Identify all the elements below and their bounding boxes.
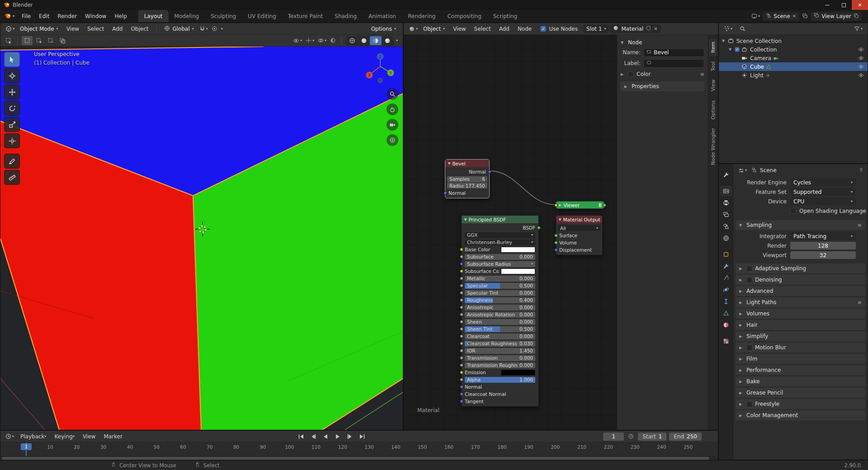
use-nodes-checkbox[interactable] (540, 26, 546, 32)
snap-magnet-button[interactable]: ▾ (198, 25, 209, 33)
browse-scene-button[interactable]: ▾ (751, 13, 760, 19)
expand-icon[interactable]: ▶ (621, 72, 625, 76)
shader-type-dropdown[interactable]: Object▾ (420, 25, 448, 33)
frame-end-field[interactable]: End250 (669, 432, 702, 441)
orientation-dropdown[interactable]: Global▾ (161, 24, 197, 33)
node-socket[interactable] (460, 248, 463, 251)
sampling-viewport-field[interactable]: 32 (790, 251, 856, 259)
subsurface-slider[interactable]: Subsurface0.000 (465, 254, 535, 260)
shader-menu-node[interactable]: Node (514, 26, 536, 32)
socket[interactable] (443, 191, 447, 195)
play-button[interactable] (332, 432, 343, 441)
timeline-menu-keying[interactable]: Keying ▾ (51, 433, 79, 440)
node-row-specular[interactable]: Specular0.500 (462, 282, 538, 289)
properties-tab-tool[interactable] (720, 169, 732, 180)
transmission-roughness-slider[interactable]: Transmission Roughness0.000 (465, 362, 535, 368)
node-row-anisotropic-rotation[interactable]: Anisotropic Rotation0.000 (462, 311, 538, 318)
node-socket[interactable] (460, 327, 463, 331)
workspace-tab-shading[interactable]: Shading (329, 10, 363, 22)
editor-type-button[interactable]: ▾ (407, 25, 419, 33)
properties-tab-texture[interactable] (720, 336, 732, 346)
ior-slider[interactable]: IOR1.450 (465, 348, 535, 354)
menu-help[interactable]: Help (110, 10, 131, 22)
editor-type-button[interactable]: ▾ (4, 432, 15, 440)
node-socket[interactable] (460, 371, 463, 374)
editor-type-button[interactable]: ▾ (737, 167, 748, 174)
shading-rendered-button[interactable] (382, 36, 393, 45)
current-frame-field[interactable]: 1 (603, 432, 624, 441)
workspace-tab-sculpting[interactable]: Sculpting (205, 10, 242, 22)
node-row-clearcoat-roughness[interactable]: Clearcoat Roughness0.030 (462, 340, 538, 347)
motion-blur-checkbox[interactable] (746, 345, 752, 351)
falloff-dropdown[interactable]: ▾ (220, 26, 224, 32)
properties-tab-render[interactable] (720, 186, 732, 196)
node-row-anisotropic[interactable]: Anisotropic0.000 (462, 304, 538, 311)
node-row-base-color[interactable]: Base Color (462, 246, 538, 253)
collapse-icon[interactable]: ▼ (464, 218, 467, 221)
panel-performance[interactable]: ▶Performance (736, 365, 865, 375)
anisotropic-rotation-slider[interactable]: Anisotropic Rotation0.000 (465, 312, 535, 318)
tool-rotate-button[interactable] (4, 101, 20, 116)
node-row-christensen-burley[interactable]: Christensen-Burley▾ (462, 239, 538, 246)
menu-window[interactable]: Window (81, 10, 110, 22)
shader-menu-add[interactable]: Add (495, 26, 514, 32)
panel-bake[interactable]: ▶Bake (736, 376, 865, 386)
roughness-slider[interactable]: Roughness0.400 (465, 297, 535, 303)
expand-icon[interactable]: ▼ (721, 39, 726, 43)
open-shading-language-checkbox[interactable] (790, 208, 796, 214)
node-socket[interactable] (554, 241, 558, 244)
material-datablock[interactable]: Material ✕ (610, 24, 660, 33)
properties-tab-scene[interactable] (720, 221, 732, 231)
node-row-subsurface-radius[interactable]: Subsurface Radius▾ (462, 260, 538, 268)
properties-tab-output[interactable] (720, 197, 732, 208)
properties-tab-constraints[interactable] (720, 296, 732, 306)
jump-to-end-button[interactable] (357, 432, 368, 441)
select-mode-new-button[interactable] (22, 36, 33, 45)
panel-light-paths[interactable]: ▶Light Paths≡ (736, 297, 865, 307)
zoom-button[interactable] (387, 88, 398, 100)
proportional-editing-button[interactable] (210, 25, 219, 33)
orthographic-button[interactable] (387, 134, 398, 146)
node-socket[interactable] (537, 226, 541, 230)
shader-menu-select[interactable]: Select (470, 26, 495, 32)
panel-advanced[interactable]: ▶Advanced (736, 286, 865, 296)
unlink-icon[interactable]: ✕ (793, 14, 796, 19)
collection-checkbox[interactable] (735, 47, 740, 52)
menu-render[interactable]: Render (53, 10, 81, 22)
editor-type-button[interactable]: ▾ (722, 25, 734, 33)
node-color-checkbox[interactable] (628, 71, 634, 77)
app-menu-button[interactable]: ▾ (0, 10, 18, 22)
timeline-menu-marker[interactable]: Marker (99, 433, 126, 440)
close-button[interactable]: ✕ (852, 0, 868, 10)
editor-type-button[interactable]: ▾ (4, 25, 16, 33)
menu-edit[interactable]: Edit (35, 10, 53, 22)
node-socket[interactable] (460, 298, 463, 302)
options-dropdown[interactable]: Options▾ (368, 25, 399, 33)
clearcoat-roughness-slider[interactable]: Clearcoat Roughness0.030 (465, 341, 535, 347)
node-socket[interactable] (460, 378, 463, 381)
anisotropic-slider[interactable]: Anisotropic0.000 (465, 305, 535, 310)
clearcoat-slider[interactable]: Clearcoat0.000 (465, 334, 535, 339)
workspace-tab-uv-editing[interactable]: UV Editing (242, 10, 282, 22)
collapse-icon[interactable]: ▼ (448, 162, 450, 165)
filter-icon[interactable]: ▾ (853, 25, 864, 33)
node-socket[interactable] (460, 269, 463, 273)
panel-denoising[interactable]: ▶Denoising (736, 275, 865, 285)
shield-icon[interactable] (646, 26, 651, 32)
node-socket[interactable] (460, 320, 463, 324)
tool-move-button[interactable] (4, 85, 20, 99)
workspace-tab-compositing[interactable]: Compositing (441, 10, 487, 22)
subsurface-color-swatch[interactable] (501, 268, 535, 274)
node-row-subsurface-color[interactable]: Subsurface Color (462, 268, 538, 275)
node-field-samples[interactable]: Samples6 (447, 176, 487, 182)
node-socket[interactable] (554, 234, 558, 237)
show-visibility-button[interactable]: ▾ (292, 37, 303, 45)
node-socket[interactable] (460, 262, 463, 266)
sampling-render-field[interactable]: 128 (790, 242, 856, 249)
node-principled-bsdf[interactable]: ▼Principled BSDF BSDFGGX▾Christensen-Bur… (461, 215, 539, 407)
tool-measure-button[interactable] (4, 170, 20, 185)
node-socket[interactable] (460, 342, 463, 345)
node-label-field[interactable] (643, 59, 704, 68)
node-bevel[interactable]: ▼Bevel Normal Samples6Radius177.450 Norm… (445, 159, 490, 198)
base-color-swatch[interactable] (501, 247, 535, 253)
